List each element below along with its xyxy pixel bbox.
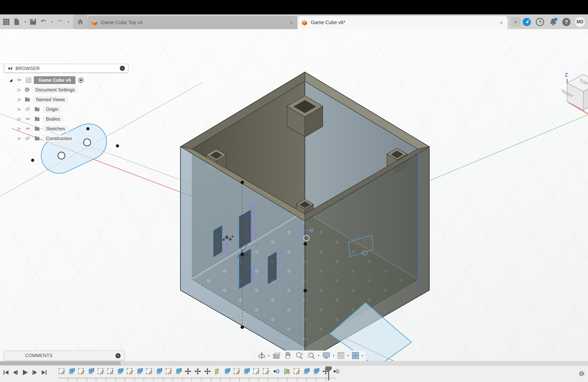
timeline-feature-sketch[interactable] (58, 368, 65, 375)
timeline-scrollbar-thumb[interactable] (0, 361, 121, 365)
browser-item-named-views[interactable]: ▷Named Views (4, 95, 128, 104)
timeline-feature-move[interactable] (204, 368, 211, 375)
apps-grid-icon[interactable] (3, 19, 10, 25)
view-cube[interactable]: Z X TOP FRONT RIGHT (562, 71, 588, 120)
timeline-feature-extrude[interactable] (303, 368, 310, 375)
timeline-feature-sketch[interactable] (107, 368, 114, 375)
eye-off-icon[interactable] (24, 106, 32, 112)
chevron-down-icon[interactable]: ▾ (347, 354, 349, 358)
timeline-skip-end-button[interactable] (41, 370, 47, 375)
browser-item-construction[interactable]: ▷Construction (4, 133, 128, 143)
minimize-panel-icon[interactable]: − (120, 66, 125, 71)
redo-dropdown-caret[interactable]: ▾ (68, 20, 69, 23)
eye-off-icon[interactable] (24, 136, 32, 141)
timeline-skip-start-button[interactable] (3, 370, 9, 375)
timeline-feature-sketch[interactable] (262, 368, 269, 375)
timeline-settings-gear-icon[interactable] (578, 370, 585, 377)
sketch-circle[interactable] (58, 152, 65, 159)
timeline-feature-extrude[interactable] (243, 368, 250, 375)
file-new-icon[interactable] (13, 18, 20, 26)
timeline-feature-project[interactable] (272, 368, 280, 375)
browser-item-sketches[interactable]: ▷Sketches (4, 124, 128, 133)
timeline-feature-extrude[interactable] (87, 368, 94, 375)
browser-header[interactable]: BROWSER − (4, 64, 128, 73)
timeline-feature-extrude[interactable] (117, 368, 123, 375)
browser-item-origin[interactable]: ▷Origin (4, 104, 128, 114)
sketch-point[interactable] (116, 144, 119, 148)
timeline-feature-extrude[interactable] (136, 368, 143, 375)
nav-viewports-button[interactable]: ▾ (352, 351, 363, 360)
timeline-feature-sketch[interactable] (126, 368, 133, 375)
timeline-feature-sketch[interactable] (293, 368, 300, 375)
timeline-feature-construct-plane[interactable] (214, 368, 221, 375)
redo-icon[interactable] (56, 19, 63, 25)
expand-triangle-icon[interactable]: ▷ (17, 87, 22, 92)
nav-display-settings-button[interactable]: ▾ (322, 351, 335, 360)
file-new-dropdown-caret[interactable]: ▾ (24, 20, 26, 23)
nav-look-at-button[interactable] (272, 351, 281, 360)
game-cube-body[interactable] (180, 72, 429, 361)
eye-icon[interactable] (24, 116, 32, 121)
new-tab-button[interactable]: + (511, 17, 521, 27)
eye-icon[interactable] (24, 126, 32, 131)
undo-dropdown-caret[interactable]: ▾ (51, 20, 53, 23)
collapse-panel-icon[interactable] (7, 66, 12, 70)
close-tab-icon[interactable]: × (289, 20, 294, 25)
timeline-play-button[interactable] (22, 369, 28, 376)
nav-grid-settings-button[interactable]: ▾ (337, 351, 349, 360)
timeline-feature-sketch[interactable] (233, 368, 240, 375)
item-label[interactable]: Sketches (43, 125, 68, 132)
document-tab-inactive[interactable]: Game Cube Top v4 × (87, 16, 297, 29)
timeline-feature-extrude[interactable] (224, 368, 230, 375)
chevron-down-icon[interactable]: ▾ (268, 354, 270, 358)
timeline-scrollbar[interactable] (0, 361, 588, 366)
timeline-feature-sketch[interactable] (165, 368, 172, 375)
expand-triangle-icon[interactable]: ▷ (17, 117, 22, 121)
item-label[interactable]: Named Views (33, 96, 68, 103)
timeline-step-forward-button[interactable] (32, 370, 38, 375)
job-status-clock-icon[interactable] (536, 17, 545, 26)
expand-triangle-icon[interactable]: ▷ (17, 97, 22, 102)
chevron-down-icon[interactable]: ▾ (318, 354, 319, 358)
timeline-feature-sketch[interactable] (78, 368, 84, 375)
timeline-step-back-button[interactable] (12, 370, 18, 375)
comments-bar[interactable]: COMMENTS + (4, 350, 125, 361)
expand-triangle-icon[interactable]: ▷ (17, 127, 22, 131)
timeline-feature-extrude[interactable] (313, 368, 319, 375)
extensions-sparkle-icon[interactable]: ✦✦ (522, 17, 531, 26)
document-tab-active[interactable]: Game Cube v6* × (297, 16, 507, 29)
timeline-feature-extrude[interactable] (68, 368, 75, 375)
timeline-feature-project[interactable] (332, 368, 340, 375)
nav-fit-button[interactable]: ▾ (307, 351, 319, 360)
root-component-label[interactable]: Game Cube v6 (34, 76, 76, 84)
help-icon[interactable]: ? (562, 17, 571, 26)
activate-component-radio[interactable] (78, 77, 84, 83)
nav-pan-button[interactable] (284, 351, 292, 360)
browser-item-document-settings[interactable]: ▷Document Settings (4, 85, 128, 95)
expand-triangle-icon[interactable]: ▷ (17, 107, 22, 111)
timeline-feature-sketch[interactable] (97, 368, 104, 375)
nav-orbit-button[interactable]: ▾ (258, 351, 270, 360)
undo-icon[interactable] (40, 19, 47, 25)
item-label[interactable]: Construction (43, 135, 75, 142)
timeline-feature-sketch[interactable] (253, 368, 259, 375)
item-label[interactable]: Document Settings (32, 86, 78, 93)
expand-triangle-icon[interactable]: ▷ (17, 136, 22, 140)
chevron-down-icon[interactable]: ▾ (333, 354, 335, 358)
add-comment-icon[interactable]: + (116, 353, 121, 358)
browser-root-item[interactable]: ◢Game Cube v6 (4, 75, 128, 85)
sketch-point[interactable] (31, 159, 34, 162)
save-icon[interactable] (30, 18, 37, 25)
item-label[interactable]: Origin (43, 106, 62, 113)
home-button[interactable] (73, 14, 87, 29)
account-avatar[interactable]: MD (575, 17, 585, 27)
notifications-bell-icon[interactable] (549, 17, 558, 26)
nav-zoom-button[interactable]: ± (295, 351, 304, 360)
timeline-feature-move[interactable] (185, 368, 191, 375)
item-label[interactable]: Bodies (43, 115, 63, 122)
chevron-down-icon[interactable]: ▾ (362, 354, 363, 358)
browser-item-bodies[interactable]: ▷Bodies (4, 114, 128, 124)
eye-icon[interactable] (16, 77, 23, 83)
expand-triangle-icon[interactable]: ◢ (9, 78, 13, 82)
timeline-feature-extrude[interactable] (156, 368, 162, 375)
